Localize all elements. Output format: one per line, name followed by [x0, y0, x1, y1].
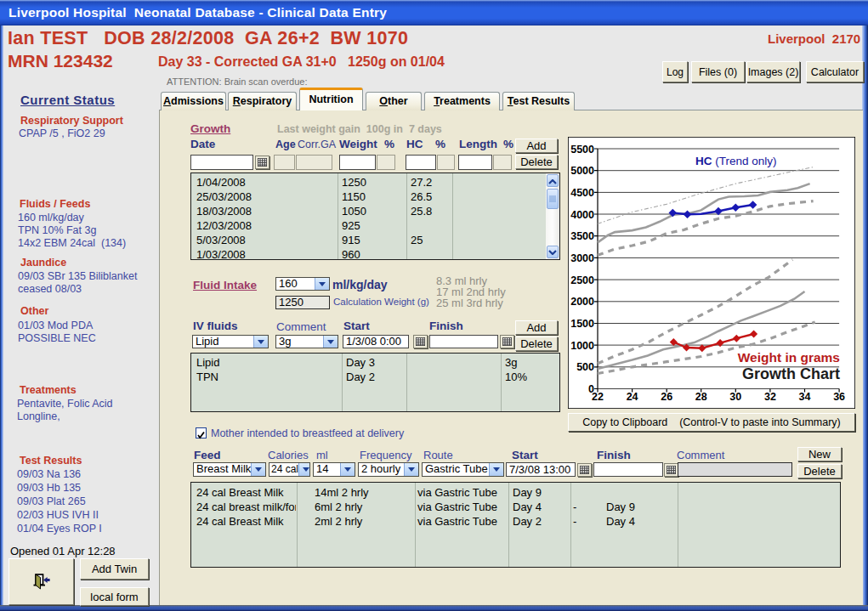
svg-text:1500: 1500 [570, 318, 594, 330]
svg-text:36: 36 [833, 391, 845, 403]
svg-text:Growth Chart: Growth Chart [742, 365, 840, 382]
svg-text:5500: 5500 [570, 144, 594, 156]
svg-text:32: 32 [764, 391, 776, 403]
svg-text:34: 34 [799, 391, 811, 403]
svg-text:3000: 3000 [570, 252, 594, 264]
svg-text:24: 24 [627, 391, 638, 403]
svg-text:2000: 2000 [570, 296, 594, 308]
svg-text:3500: 3500 [570, 230, 594, 242]
svg-text:500: 500 [576, 361, 594, 373]
svg-text:22: 22 [592, 391, 604, 403]
svg-text:1000: 1000 [570, 340, 594, 352]
svg-text:Weight in grams: Weight in grams [738, 350, 840, 365]
svg-text:30: 30 [729, 391, 741, 403]
svg-text:28: 28 [695, 391, 707, 403]
svg-text:4000: 4000 [570, 209, 594, 221]
svg-text:26: 26 [661, 391, 672, 403]
svg-text:2500: 2500 [570, 274, 594, 286]
svg-text:HC (Trend only): HC (Trend only) [695, 155, 777, 167]
svg-text:4500: 4500 [570, 187, 594, 199]
svg-text:5000: 5000 [570, 165, 594, 177]
